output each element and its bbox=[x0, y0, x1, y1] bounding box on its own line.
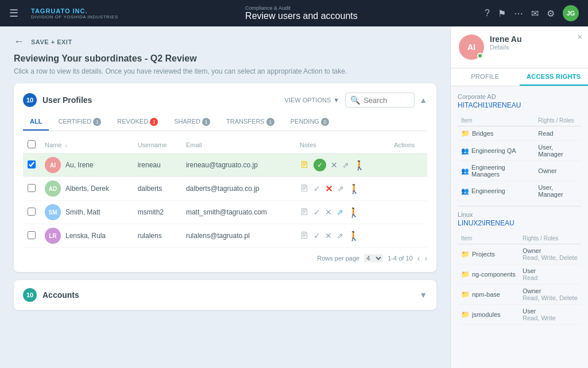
table-row[interactable]: SM Smith, Matt msmith2 matt_smith@tagrua… bbox=[23, 201, 427, 224]
user-avatar[interactable]: JG bbox=[563, 5, 579, 21]
tab-profile[interactable]: PROFILE bbox=[451, 68, 520, 86]
user-count-badge: 10 bbox=[23, 93, 37, 107]
mail-icon[interactable]: ✉ bbox=[531, 8, 539, 19]
transfer-action[interactable]: ⇗ bbox=[337, 184, 344, 193]
next-page-button[interactable]: › bbox=[424, 254, 427, 263]
left-content: ← SAVE + EXIT Reviewing Your subordinate… bbox=[0, 26, 450, 368]
tab-access-rights[interactable]: ACCESS RIGHTS bbox=[520, 68, 589, 86]
linux-section: Linux LINUX2\IRENEAU Item Rights / Roles bbox=[458, 211, 581, 325]
tab-all[interactable]: ALL bbox=[23, 114, 49, 131]
certify-action[interactable]: ✓ bbox=[314, 208, 320, 217]
select-all-checkbox[interactable] bbox=[28, 140, 36, 148]
tab-revoked[interactable]: REVOKED 1 bbox=[110, 114, 165, 131]
back-button[interactable]: ← bbox=[14, 36, 24, 48]
email: matt_smith@tagruato.com bbox=[181, 201, 295, 224]
tab-transfers[interactable]: TRANSFERS 1 bbox=[219, 114, 281, 131]
note-icon-empty[interactable]: 🖹 bbox=[300, 231, 309, 241]
note-icon[interactable]: 🖹 bbox=[300, 160, 309, 170]
rows-per-page-label: Rows per page bbox=[317, 255, 359, 262]
revoke-action[interactable]: ✕ bbox=[325, 208, 332, 217]
expand-accounts-icon[interactable]: ▼ bbox=[419, 290, 427, 300]
pagination: Rows per page 4 10 25 1-4 of 10 ‹ › bbox=[23, 254, 427, 263]
right-panel: AI Irene Au Details × PROFILE ACCESS RIG… bbox=[450, 26, 588, 368]
page-title: Reviewing Your subordinates - Q2 Review bbox=[14, 53, 436, 64]
access-row: 👥 Engineering Managers Owner bbox=[458, 161, 581, 181]
rights-value: Owner bbox=[535, 161, 581, 181]
row-checkbox[interactable] bbox=[28, 160, 36, 168]
revoke-action[interactable]: ✕ bbox=[325, 231, 332, 240]
access-rights-content: Corporate AD HITACHI1\IRENEAU Item Right… bbox=[451, 86, 588, 332]
chevron-down-icon: ▼ bbox=[333, 97, 339, 103]
row-checkbox[interactable] bbox=[28, 231, 36, 239]
user-name: Lenska, Rula bbox=[65, 232, 106, 240]
tab-pending[interactable]: PENDING 0 bbox=[284, 114, 336, 131]
row-checkbox[interactable] bbox=[28, 184, 36, 192]
notes-cell: 🖹 ✓ ✕ ⇗ 🚶 bbox=[300, 231, 385, 241]
corporate-ad-link[interactable]: HITACHI1\IRENEAU bbox=[458, 101, 581, 109]
certify-action[interactable]: ✓ bbox=[314, 184, 320, 193]
note-icon-empty[interactable]: 🖹 bbox=[300, 207, 309, 217]
accounts-card[interactable]: 10 Accounts ▼ bbox=[14, 280, 436, 310]
certify-action[interactable]: ✓ bbox=[314, 159, 326, 171]
panel-header: AI Irene Au Details × bbox=[451, 26, 588, 68]
help-icon[interactable]: ? bbox=[485, 8, 490, 18]
col-rights: Rights / Roles bbox=[535, 115, 581, 126]
transfer-action[interactable]: ⇗ bbox=[342, 160, 349, 170]
user-name: Smith, Matt bbox=[65, 208, 100, 216]
tab-shared[interactable]: SHARED 1 bbox=[167, 114, 217, 131]
bookmark-icon[interactable]: ⚑ bbox=[498, 8, 506, 19]
brand-name: TAGRUATO INC. bbox=[31, 7, 118, 14]
folder-icon: 📁 bbox=[461, 129, 470, 137]
prev-page-button[interactable]: ‹ bbox=[417, 254, 420, 263]
delegate-action[interactable]: 🚶 bbox=[354, 160, 365, 171]
close-panel-button[interactable]: × bbox=[578, 32, 582, 41]
linux-link[interactable]: LINUX2\IRENEAU bbox=[458, 219, 581, 227]
page-toolbar: ← SAVE + EXIT bbox=[14, 36, 436, 48]
col-item: Item bbox=[458, 233, 519, 244]
table-row[interactable]: LR Lenska, Rula rulalens rulalens@tagrua… bbox=[23, 224, 427, 248]
group-icon: 👥 bbox=[461, 167, 469, 175]
brand: TAGRUATO INC. DIVISION OF YOSHIDA INDUST… bbox=[31, 7, 118, 20]
panel-user-name: Irene Au bbox=[490, 34, 580, 44]
hamburger-icon[interactable]: ☰ bbox=[9, 7, 18, 20]
grid-icon[interactable]: ⋯ bbox=[514, 8, 523, 19]
search-input[interactable] bbox=[363, 96, 409, 105]
access-row: 📁 npm-base OwnerRead, Write, Delete bbox=[458, 285, 581, 305]
save-exit-button[interactable]: SAVE + EXIT bbox=[31, 39, 72, 45]
note-icon-empty[interactable]: 🖹 bbox=[300, 183, 309, 194]
panel-user-info: Irene Au Details bbox=[490, 34, 580, 51]
access-row: 👥 Engineering QA User, Manager bbox=[458, 141, 581, 161]
panel-tabs: PROFILE ACCESS RIGHTS bbox=[451, 68, 588, 86]
revoke-action[interactable]: ✕ bbox=[331, 160, 338, 170]
notes-cell: 🖹 ✓ ✕ ⇗ 🚶 bbox=[300, 207, 385, 218]
delegate-action[interactable]: 🚶 bbox=[349, 183, 360, 194]
nav-breadcrumb: Compliance & Audit bbox=[245, 5, 358, 11]
table-row[interactable]: AD Alberts, Derek dalberts dalberts@tagr… bbox=[23, 177, 427, 201]
delegate-action[interactable]: 🚶 bbox=[348, 207, 359, 218]
transfer-action[interactable]: ⇗ bbox=[336, 231, 343, 240]
rights-value: OwnerRead, Write, Delete bbox=[519, 285, 581, 305]
avatar: LR bbox=[45, 228, 61, 244]
row-checkbox[interactable] bbox=[28, 208, 36, 216]
delegate-action[interactable]: 🚶 bbox=[348, 231, 359, 241]
access-row: 📁 ng-components UserRead bbox=[458, 264, 581, 285]
page-title-bold: Your subordinates - Q2 Review bbox=[61, 53, 196, 63]
tab-certified[interactable]: CERTIFIED 1 bbox=[51, 114, 108, 131]
view-options-button[interactable]: VIEW OPTIONS ▼ bbox=[285, 97, 340, 103]
settings-icon[interactable]: ⚙ bbox=[547, 8, 555, 19]
search-box[interactable]: 🔍 bbox=[345, 93, 415, 108]
transfer-action[interactable]: ⇗ bbox=[336, 208, 343, 217]
collapse-button[interactable]: ▲ bbox=[419, 95, 427, 105]
page-title-prefix: Reviewing bbox=[14, 53, 61, 63]
revoke-action[interactable]: ✕ bbox=[325, 183, 332, 194]
rows-per-page-select[interactable]: 4 10 25 bbox=[364, 254, 383, 262]
col-item: Item bbox=[458, 115, 535, 126]
col-header-email: Email bbox=[181, 137, 295, 154]
brand-sub: DIVISION OF YOSHIDA INDUSTRIES bbox=[31, 14, 118, 20]
table-row[interactable]: AI Au, Irene ireneau ireneau@tagruato.co… bbox=[23, 154, 427, 177]
user-name: Au, Irene bbox=[65, 161, 94, 169]
card-title: User Profiles bbox=[42, 95, 285, 105]
section-divider bbox=[458, 206, 581, 206]
pagination-range: 1-4 of 10 bbox=[388, 255, 412, 262]
certify-action[interactable]: ✓ bbox=[314, 231, 320, 240]
